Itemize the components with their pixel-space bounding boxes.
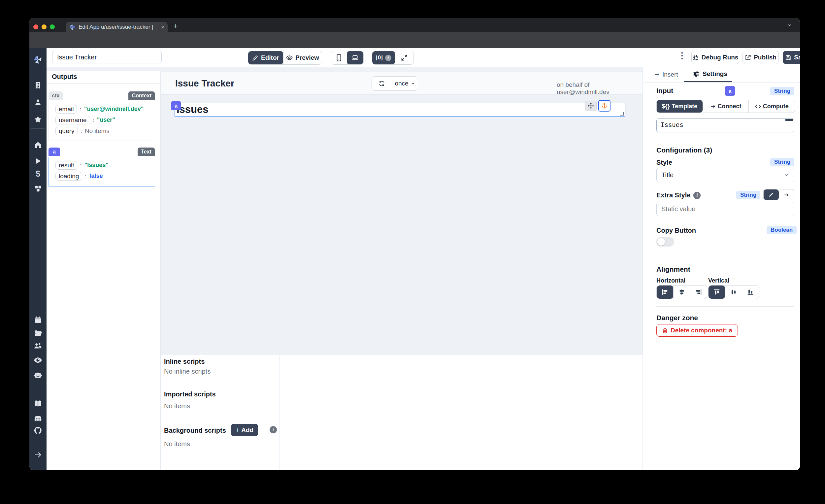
refresh-policy-group: once bbox=[372, 76, 418, 91]
collapse-arrow-icon[interactable] bbox=[33, 450, 43, 459]
discord-icon[interactable] bbox=[33, 414, 43, 424]
tab-insert[interactable]: Insert bbox=[654, 71, 678, 78]
phone-icon bbox=[336, 54, 342, 61]
style-select[interactable]: Title bbox=[656, 168, 794, 182]
debug-runs-button[interactable]: Debug Runs bbox=[691, 51, 739, 64]
sidebar-divider bbox=[31, 438, 45, 438]
refresh-mode-dropdown[interactable]: once bbox=[392, 77, 418, 90]
output-row[interactable]: loading:false bbox=[56, 171, 155, 182]
align-right-button[interactable] bbox=[690, 286, 707, 299]
workers-robot-icon[interactable] bbox=[33, 370, 43, 379]
hide-panels-button[interactable]: |0| i bbox=[372, 51, 395, 64]
expand-icon bbox=[401, 55, 407, 61]
imported-scripts-title: Imported scripts bbox=[164, 390, 216, 398]
audit-eye-icon[interactable] bbox=[33, 355, 43, 365]
output-row[interactable]: username:"user" bbox=[56, 115, 155, 126]
favorites-star-icon[interactable] bbox=[33, 115, 43, 124]
mode-connect-button[interactable]: Connect bbox=[702, 100, 749, 113]
add-background-script-button[interactable]: + Add bbox=[231, 424, 258, 436]
runs-play-icon[interactable] bbox=[33, 156, 43, 166]
close-window-button[interactable] bbox=[33, 24, 38, 29]
mode-template-button[interactable]: ${} Template bbox=[657, 100, 702, 113]
laptop-icon bbox=[352, 55, 359, 61]
schedules-calendar-icon[interactable] bbox=[33, 315, 43, 325]
connect-arrow-button[interactable] bbox=[779, 190, 794, 200]
static-edit-button[interactable] bbox=[764, 190, 779, 200]
scripts-panel: Inline scripts No inline scripts Importe… bbox=[161, 355, 643, 470]
extra-style-input[interactable] bbox=[656, 202, 794, 216]
extra-type-badge: String bbox=[736, 191, 760, 199]
groups-users-gear-icon[interactable] bbox=[33, 341, 43, 351]
desktop-view-button[interactable] bbox=[347, 51, 363, 64]
chevron-down-icon bbox=[783, 172, 790, 178]
pencil-icon bbox=[768, 192, 774, 197]
style-type-badge: String bbox=[770, 158, 794, 166]
fullscreen-button[interactable] bbox=[395, 51, 414, 64]
align-bottom-button[interactable] bbox=[742, 286, 759, 299]
save-button[interactable]: Save bbox=[783, 51, 800, 64]
active-tab-underline bbox=[684, 81, 732, 82]
minimize-window-button[interactable] bbox=[42, 24, 47, 29]
align-left-button[interactable] bbox=[657, 286, 673, 299]
mode-compute-button[interactable]: Compute bbox=[748, 100, 795, 113]
output-row[interactable]: result:"Issues" bbox=[56, 160, 155, 171]
section-divider bbox=[656, 306, 794, 307]
panel-counter: |0| bbox=[376, 55, 383, 61]
a-output-box[interactable]: result:"Issues" loading:false bbox=[49, 157, 155, 187]
docs-book-icon[interactable] bbox=[33, 399, 43, 408]
align-horizontal-center-button[interactable] bbox=[673, 286, 690, 299]
preview-tab[interactable]: Preview bbox=[283, 51, 322, 64]
component-a-node-tab[interactable]: a bbox=[49, 148, 60, 156]
home-icon[interactable] bbox=[33, 140, 43, 149]
editor-tab[interactable]: Editor bbox=[248, 51, 283, 64]
canvas: Issue Tracker once on behalf of user@win… bbox=[161, 67, 643, 470]
anchor-component-button[interactable] bbox=[598, 100, 610, 112]
arrow-right-icon bbox=[783, 192, 789, 198]
output-row[interactable]: query:No items bbox=[56, 126, 155, 136]
ctx-output-box[interactable]: email:"user@windmill.dev" username:"user… bbox=[49, 101, 155, 141]
maximize-window-button[interactable] bbox=[50, 24, 55, 29]
copy-button-toggle[interactable] bbox=[656, 237, 674, 246]
toggle-knob bbox=[657, 238, 665, 245]
app-menu-kebab-icon[interactable]: ⋮ bbox=[678, 51, 686, 61]
variables-dollar-icon[interactable]: $ bbox=[33, 169, 43, 178]
ctx-node-tab[interactable]: ctx bbox=[49, 91, 63, 100]
output-row[interactable]: email:"user@windmill.dev" bbox=[56, 103, 155, 115]
tab-close-icon[interactable]: × bbox=[161, 24, 164, 30]
tab-strip: Edit App u/user/issue-tracker | × + ⌄ bbox=[29, 18, 800, 32]
search-tabs-icon[interactable]: ⌄ bbox=[787, 20, 792, 27]
pencil-icon bbox=[252, 55, 258, 61]
windmill-logo-icon[interactable] bbox=[33, 55, 43, 64]
horizontal-align-group bbox=[656, 285, 707, 299]
content-row: Outputs ctx Context email:"user@windmill… bbox=[47, 67, 800, 470]
background-info-icon[interactable]: i bbox=[270, 426, 277, 433]
folders-icon[interactable] bbox=[33, 329, 43, 338]
align-top-button[interactable] bbox=[708, 286, 725, 299]
move-component-button[interactable] bbox=[585, 101, 597, 111]
save-floppy-icon bbox=[785, 55, 791, 61]
code-icon bbox=[755, 104, 761, 109]
refresh-button[interactable] bbox=[372, 77, 392, 90]
publish-button[interactable]: Publish bbox=[743, 51, 779, 64]
sidebar-divider bbox=[31, 128, 45, 129]
workspace-building-icon[interactable] bbox=[33, 80, 43, 90]
resources-cubes-icon[interactable] bbox=[33, 184, 43, 193]
textarea-scroll-thumb[interactable] bbox=[785, 119, 793, 121]
behalf-label: on behalf of user@windmill.dev bbox=[557, 81, 643, 96]
tab-settings[interactable]: Settings bbox=[693, 70, 727, 78]
outputs-panel: Outputs ctx Context email:"user@windmill… bbox=[47, 71, 161, 470]
browser-tab[interactable]: Edit App u/user/issue-tracker | × bbox=[66, 22, 168, 32]
align-vertical-center-button[interactable] bbox=[725, 286, 742, 299]
github-icon[interactable] bbox=[33, 426, 43, 435]
delete-component-button[interactable]: Delete component: a bbox=[656, 324, 738, 337]
extra-style-info-icon[interactable]: i bbox=[693, 192, 700, 199]
component-id-tag[interactable]: a bbox=[171, 101, 181, 110]
resize-handle[interactable] bbox=[620, 112, 624, 116]
ctx-type-badge: Context bbox=[128, 91, 155, 100]
app-name-input[interactable] bbox=[52, 51, 162, 63]
text-component[interactable]: Issues bbox=[174, 103, 625, 117]
user-icon[interactable] bbox=[33, 98, 43, 107]
mobile-view-button[interactable] bbox=[331, 51, 347, 64]
template-value-textarea[interactable]: Issues bbox=[656, 118, 794, 132]
new-tab-button[interactable]: + bbox=[173, 22, 178, 30]
